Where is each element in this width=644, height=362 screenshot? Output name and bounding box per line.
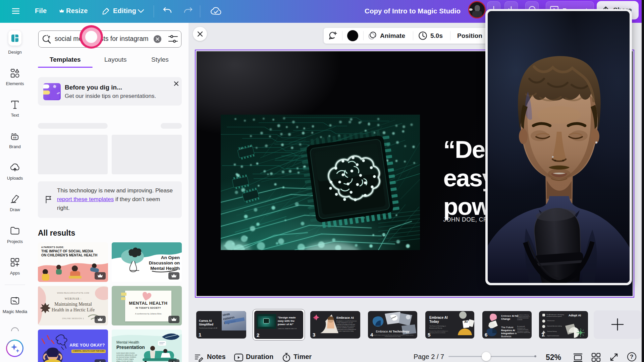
svg-text:co: co — [13, 136, 16, 139]
